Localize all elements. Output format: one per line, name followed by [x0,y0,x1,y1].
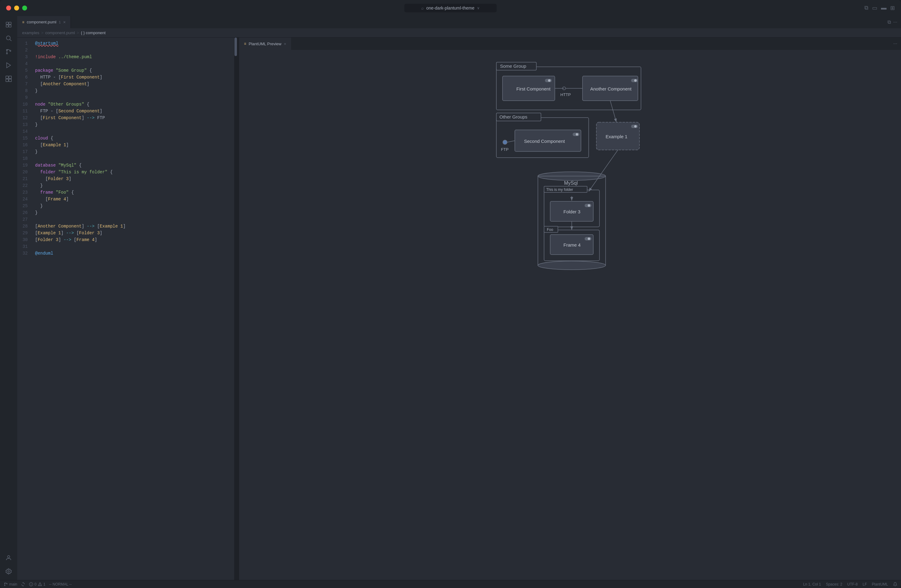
titlebar-search-text: one-dark-plantuml-theme [426,6,474,11]
titlebar-actions: ⧉ ▭ ▬ ⊞ [864,5,895,11]
git-branch-icon [4,582,8,586]
error-count: 0 [34,582,37,586]
code-line-8: } [35,87,234,94]
editor-split: 123 456 789 101112 131415 161718 192021 … [17,37,901,580]
toggle-panel-icon[interactable]: ▭ [872,5,877,11]
code-line-18 [35,155,234,162]
breadcrumb-sep2: > [76,30,79,35]
split-editor-button[interactable]: ⧉ [887,19,891,25]
preview-tab-label: PlantUML Preview [249,42,281,46]
svg-rect-2 [6,25,8,27]
preview-actions: ··· [890,37,901,50]
preview-tabs-bar: ≡ PlantUML Preview × ··· [239,37,901,50]
code-line-29: [Example 1] --> [Folder 3] [35,230,234,236]
status-encoding[interactable]: UTF-8 [847,582,857,586]
code-line-27 [35,216,234,223]
svg-point-64 [40,585,40,585]
toggle-sidebar-icon[interactable]: ▬ [881,5,887,11]
code-line-7: [Another Component] [35,81,234,87]
sidebar-item-account[interactable] [3,552,15,564]
svg-line-38 [610,101,616,122]
svg-point-58 [6,583,7,584]
tabs-bar: ≡ component.puml 1 × ⧉ ··· [17,16,901,28]
status-ln-col[interactable]: Ln 1, Col 1 [803,582,821,586]
sidebar-item-explorer[interactable] [3,19,15,31]
spaces-text: Spaces: 2 [826,582,842,586]
preview-panel: ≡ PlantUML Preview × ··· [239,37,901,580]
maximize-button[interactable] [22,6,27,11]
code-line-15: cloud { [35,135,234,142]
tab-component-puml[interactable]: ≡ component.puml 1 × [17,16,71,28]
tab-label: component.puml [27,20,56,24]
sidebar-item-debug[interactable] [3,59,15,72]
code-line-28: [Another Component] --> [Example 1] [35,223,234,230]
layout-icon[interactable]: ⊞ [890,5,895,11]
breadcrumb-examples[interactable]: examples [22,30,39,35]
titlebar-search[interactable]: ⌕ one-dark-plantuml-theme ∨ [404,4,497,12]
status-eol[interactable]: LF [862,582,867,586]
svg-rect-3 [9,25,11,27]
svg-marker-10 [7,63,11,68]
code-line-13: } [35,121,234,128]
tab-plantuml-preview[interactable]: ≡ PlantUML Preview × [239,37,291,50]
breadcrumb-file[interactable]: component.puml [45,30,75,35]
code-line-2 [35,47,234,53]
tabs-actions: ⧉ ··· [884,16,901,28]
status-language[interactable]: PlantUML [872,582,888,586]
svg-point-24 [634,80,637,82]
status-branch[interactable]: main [4,582,17,586]
sidebar-item-settings[interactable] [3,565,15,577]
more-preview-actions[interactable]: ··· [893,41,897,47]
split-editor-icon[interactable]: ⧉ [864,5,868,11]
diagram-canvas[interactable]: Some Group First Component Another Compo… [239,50,901,580]
status-notifications[interactable] [893,582,897,586]
foo-label: Foo [547,228,553,232]
first-component-label: First Component [516,86,551,91]
frame4-label: Frame 4 [563,242,581,248]
status-errors[interactable]: 0 1 [29,582,45,586]
breadcrumb: examples > component.puml > { } componen… [17,28,901,37]
editor-mode: -- NORMAL -- [49,582,72,586]
activity-bar-bottom [3,552,15,577]
editor-area: ≡ component.puml 1 × ⧉ ··· examples > co… [17,16,901,580]
status-sync[interactable] [21,582,25,586]
plantuml-diagram: Some Group First Component Another Compo… [493,59,647,275]
code-line-14 [35,128,234,135]
svg-point-16 [8,571,9,572]
svg-point-62 [31,585,31,585]
tab-close-icon[interactable]: × [63,20,65,25]
svg-line-5 [10,39,11,41]
minimize-button[interactable] [14,6,19,11]
status-spaces[interactable]: Spaces: 2 [826,582,842,586]
breadcrumb-symbol[interactable]: { } component [81,30,106,35]
code-line-12: [First Component] --> FTP [35,114,234,121]
code-line-22: } [35,182,234,189]
more-actions-button[interactable]: ··· [893,19,897,25]
warning-icon [38,582,42,586]
svg-rect-12 [9,76,11,78]
status-left: main 0 1 -- NORMAL -- [4,582,72,586]
warning-count: 1 [44,582,45,586]
svg-point-41 [538,261,606,270]
ln-col-text: Ln 1, Col 1 [803,582,821,586]
code-line-19: database "MySql" { [35,162,234,169]
code-line-3: !include ../theme.puml [35,53,234,60]
svg-rect-13 [6,79,8,81]
chevron-down-icon: ∨ [477,6,480,10]
svg-point-37 [634,125,637,128]
code-line-30: [Folder 3] --> [Frame 4] [35,236,234,243]
status-bar: main 0 1 -- NORMAL -- [0,580,901,588]
sidebar-item-search[interactable] [3,32,15,44]
svg-point-54 [588,238,590,240]
branch-name: main [9,582,17,586]
close-button[interactable] [6,6,11,11]
preview-tab-close[interactable]: × [284,42,286,46]
scrollbar[interactable] [234,37,237,580]
code-content[interactable]: @startuml !include ../theme.puml package… [33,37,234,580]
sidebar-item-git[interactable] [3,45,15,58]
code-editor[interactable]: 123 456 789 101112 131415 161718 192021 … [17,37,237,580]
scroll-thumb [234,37,237,56]
sidebar-item-extensions[interactable] [3,73,15,85]
folder-label: This is my folder [546,187,573,192]
svg-rect-14 [9,79,11,81]
